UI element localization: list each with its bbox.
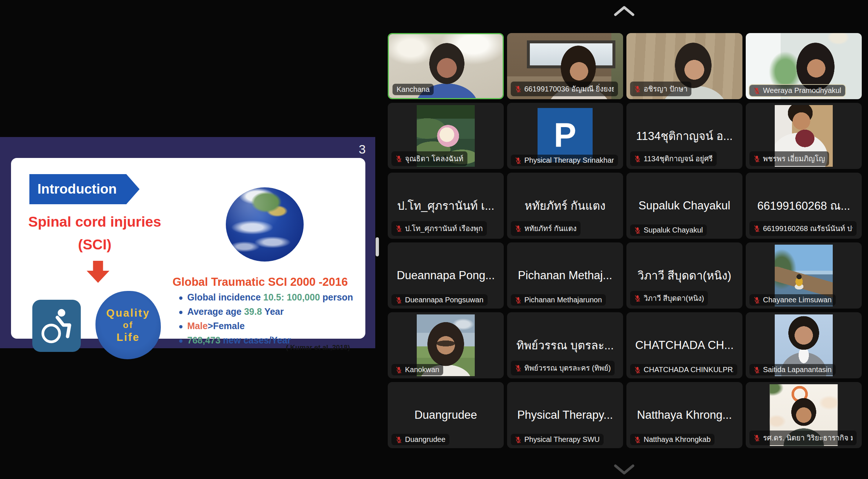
participant-name-label: จุณธิตา โคลงฉันท์: [391, 151, 467, 166]
participant-tile[interactable]: 1134ชุติกาญจน์ อ... 1134ชุติกาญจน์ อยู่ศ…: [626, 103, 742, 169]
participant-name-label: อชิรญา ปักษา: [630, 82, 691, 96]
participant-name-label: Saitida Lapanantasin: [749, 364, 836, 375]
scroll-down-button[interactable]: [612, 461, 637, 478]
participant-name-label: Kanchana: [393, 84, 434, 95]
participant-name-label: พชรพร เอี่ยมภิญโญ: [749, 151, 829, 166]
scrollbar-thumb[interactable]: [376, 237, 379, 256]
participant-tile[interactable]: Duangrudee Duangrudee: [388, 382, 504, 448]
muted-mic-icon: [395, 225, 402, 232]
participant-name: Physical Therapy SWU: [524, 435, 600, 444]
participant-name: อชิรญา ปักษา: [644, 83, 687, 95]
participant-name-label: ป.โท_ศุภรานันท์ เรืองพุก: [391, 221, 487, 236]
participant-name-label: Pichanan Methajarunon: [511, 294, 606, 306]
participant-name: Duangrudee: [405, 435, 445, 444]
muted-mic-icon: [515, 157, 522, 164]
qol-line3: Life: [116, 331, 140, 344]
intro-banner: Introduction: [29, 174, 140, 204]
muted-mic-icon: [634, 366, 641, 374]
participant-name: Pichanan Methajarunon: [524, 296, 602, 304]
muted-mic-icon: [395, 155, 402, 162]
participant-name: Saitida Lapanantasin: [763, 365, 832, 374]
participant-name: 66199160268 ณรัธน์นันท์ ประ...: [763, 223, 853, 234]
participant-tile[interactable]: Natthaya Khrong... Natthaya Khrongkab: [626, 382, 742, 448]
participant-tile[interactable]: วิภาวี สีบุดดา(หนิง) วิภาวี สีบุดดา(หนิง…: [626, 242, 742, 309]
participant-tile[interactable]: 66199160268 ณ... 66199160268 ณรัธน์นันท์…: [746, 173, 862, 239]
muted-mic-icon: [515, 364, 522, 372]
participant-tile[interactable]: CHATCHADA CH... CHATCHADA CHINKULPRA...: [626, 312, 742, 378]
quality-of-life-badge: Quality of Life: [95, 291, 161, 359]
participant-tile[interactable]: พชรพร เอี่ยมภิญโญ: [746, 103, 862, 169]
muted-mic-icon: [515, 296, 522, 304]
slide-section-title: Global Traumatic SCI 2000 -2016: [173, 275, 348, 289]
participant-tile[interactable]: ป.โท_ศุภรานันท์ เ... ป.โท_ศุภรานันท์ เรื…: [388, 173, 504, 239]
participant-name-label: 66199160268 ณรัธน์นันท์ ประ...: [749, 221, 857, 236]
participant-name-label: หทัยภัทร์ กันแตง: [511, 221, 581, 236]
down-arrow-icon: [87, 261, 109, 283]
participant-name: พชรพร เอี่ยมภิญโญ: [763, 153, 825, 165]
qol-line2: of: [123, 320, 134, 331]
avatar: P: [538, 108, 593, 162]
participant-name: Weeraya Pramodhyakul: [763, 86, 841, 95]
participant-tile[interactable]: Dueannapa Pong... Dueannapa Pongsuwan: [388, 242, 504, 309]
participant-tile[interactable]: Physical Therapy... Physical Therapy SWU: [507, 382, 623, 448]
participant-name-label: Kanokwan: [391, 364, 443, 375]
participant-tile[interactable]: จุณธิตา โคลงฉันท์: [388, 103, 504, 169]
bullet-item: Male>Female: [179, 321, 366, 331]
participant-name-label: 66199170036 อัญมณี ยิ่งยงยุ...: [511, 82, 618, 96]
participant-name-label: Physical Therapy Srinakhar...: [511, 155, 618, 166]
muted-mic-icon: [753, 434, 760, 442]
participant-name-label: Natthaya Khrongkab: [630, 434, 715, 445]
participant-tile[interactable]: Pichanan Methaj... Pichanan Methajarunon: [507, 242, 623, 309]
participant-name-label: Weeraya Pramodhyakul: [749, 85, 845, 96]
muted-mic-icon: [634, 295, 641, 302]
participant-name: Kanokwan: [405, 365, 439, 374]
muted-mic-icon: [753, 87, 760, 94]
participant-tile[interactable]: P Physical Therapy Srinakhar...: [507, 103, 623, 169]
bullet-list: Global incidence 10.5: 100,000 personAve…: [179, 292, 366, 349]
muted-mic-icon: [515, 85, 522, 93]
participant-tile[interactable]: รศ.ดร. นิตยา วิริยะธารากิจ มศว: [746, 382, 862, 448]
meeting-window: 3 Introduction Spinal cord injuries (SCI…: [0, 0, 868, 479]
participant-tile[interactable]: 66199170036 อัญมณี ยิ่งยงยุ...: [507, 33, 623, 99]
scroll-up-button[interactable]: [612, 3, 637, 19]
muted-mic-icon: [395, 366, 402, 374]
slide-content-card: Introduction Spinal cord injuries (SCI) …: [11, 158, 365, 339]
participant-name: CHATCHADA CHINKULPRA...: [644, 365, 733, 374]
participant-name: Natthaya Khrongkab: [644, 435, 710, 444]
muted-mic-icon: [395, 436, 402, 443]
participant-name-label: Dueannapa Pongsuwan: [391, 294, 488, 306]
participant-name: รศ.ดร. นิตยา วิริยะธารากิจ มศว: [763, 432, 853, 444]
participant-tile[interactable]: Chayanee Limsuwan: [746, 242, 862, 309]
shared-screen-slide: 3 Introduction Spinal cord injuries (SCI…: [0, 137, 375, 348]
participant-name: จุณธิตา โคลงฉันท์: [405, 153, 463, 165]
avatar-letter: P: [554, 116, 576, 155]
slide-citation: ( Kumar et al.,2018): [286, 343, 350, 352]
qol-line1: Quality: [106, 306, 150, 320]
muted-mic-icon: [753, 296, 760, 304]
participant-name: 66199170036 อัญมณี ยิ่งยงยุ...: [524, 83, 614, 95]
intro-banner-label: Introduction: [37, 181, 117, 197]
participant-tile[interactable]: Kanokwan: [388, 312, 504, 378]
slide-title-line1: Spinal cord injuries: [21, 214, 168, 230]
participant-tile[interactable]: อชิรญา ปักษา: [626, 33, 742, 99]
participant-name-label: วิภาวี สีบุดดา(หนิง): [630, 291, 708, 306]
muted-mic-icon: [515, 436, 522, 443]
wheelchair-glyph: [37, 305, 76, 346]
muted-mic-icon: [634, 227, 641, 234]
bullet-item: Average age 39.8 Year: [179, 306, 366, 317]
participant-tile[interactable]: หทัยภัทร์ กันแตง หทัยภัทร์ กันแตง: [507, 173, 623, 239]
participant-name-label: รศ.ดร. นิตยา วิริยะธารากิจ มศว: [749, 431, 857, 445]
participant-tile[interactable]: Kanchana: [388, 33, 504, 99]
participant-name-label: Supaluk Chayakul: [630, 224, 707, 236]
participant-name: Kanchana: [397, 85, 430, 94]
muted-mic-icon: [634, 85, 641, 93]
chevron-down-icon: [612, 461, 637, 478]
participant-tile[interactable]: Weeraya Pramodhyakul: [746, 33, 862, 99]
participant-tile[interactable]: ทิพย์วรรณ บุตรละ... ทิพย์วรรณ บุตรละคร (…: [507, 312, 623, 378]
participant-tile[interactable]: Supaluk Chayakul Supaluk Chayakul: [626, 173, 742, 239]
chevron-up-icon: [612, 3, 637, 19]
participant-tile[interactable]: Saitida Lapanantasin: [746, 312, 862, 378]
muted-mic-icon: [753, 225, 760, 232]
participant-name: หทัยภัทร์ กันแตง: [524, 223, 576, 234]
participant-name: Dueannapa Pongsuwan: [405, 296, 484, 304]
